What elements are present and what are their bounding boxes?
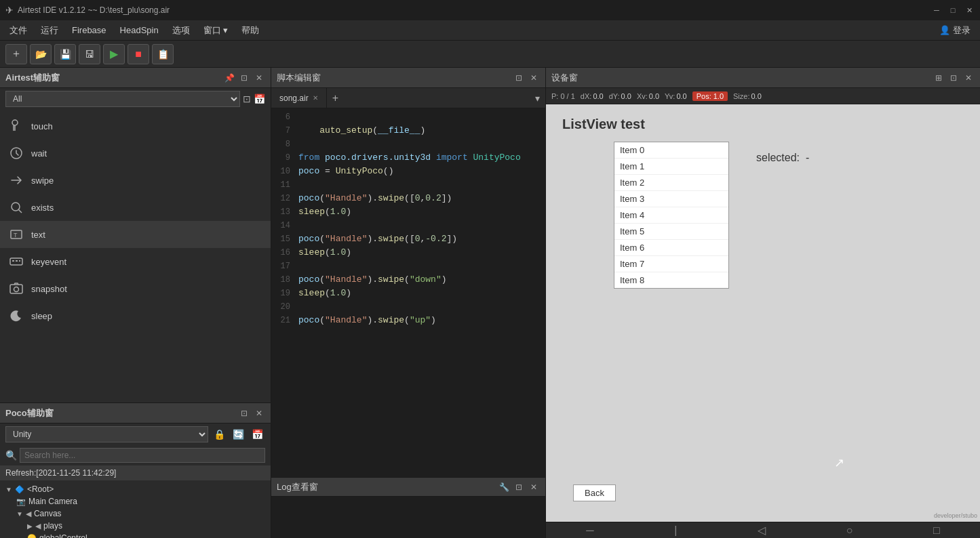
device-size: Size: 0.0 xyxy=(733,92,762,100)
device-back-nav-button[interactable]: ◁ xyxy=(758,524,766,537)
airtest-record-icon[interactable]: ⊡ xyxy=(243,94,251,104)
poco-refresh-text: Refresh:[2021-11-25 11:42:29] xyxy=(5,468,116,478)
airtest-item-text[interactable]: T text xyxy=(0,221,271,248)
airtest-item-wait[interactable]: wait xyxy=(0,140,271,167)
code-editor[interactable]: 6 7 auto_setup(__file__) 8 9 from poco.d… xyxy=(271,108,545,477)
tree-item-plays[interactable]: ▶ ◀ plays xyxy=(27,520,265,532)
airtest-item-exists[interactable]: exists xyxy=(0,194,271,221)
airtest-pin-button[interactable]: 📌 xyxy=(223,72,235,84)
device-yv: Yv: 0.0 xyxy=(665,92,687,100)
device-close-button[interactable]: ✕ xyxy=(962,72,975,84)
tab-close-button[interactable]: ✕ xyxy=(313,94,318,102)
menu-firebase[interactable]: Firebase xyxy=(65,22,113,38)
list-item-0[interactable]: Item 0 xyxy=(614,142,728,159)
menu-headspin[interactable]: HeadSpin xyxy=(113,22,165,38)
code-line-16: 16 sleep(1.0) xyxy=(271,247,545,260)
airtest-item-sleep[interactable]: sleep xyxy=(0,302,271,329)
editor-dropdown-icon[interactable]: ▾ xyxy=(535,93,540,104)
xv-label: Xv: xyxy=(637,92,648,100)
poco-mode-select[interactable]: Unity Android iOS xyxy=(5,426,208,442)
airtest-expand-button[interactable]: ⊡ xyxy=(238,72,250,84)
code-line-8: 8 xyxy=(271,138,545,152)
game-back-button[interactable]: Back xyxy=(573,484,616,501)
poco-lock-icon[interactable]: 🔒 xyxy=(211,426,227,442)
poco-settings-icon[interactable]: 📅 xyxy=(249,426,265,442)
tree-item-root[interactable]: ▼ 🔷 <Root> xyxy=(5,483,265,495)
toolbar: ＋ 📂 💾 🖫 ▶ ■ 📋 xyxy=(0,41,980,68)
title-bar: ✈ Airtest IDE v1.2.12 ~~ D:\test_plu\son… xyxy=(0,0,980,20)
editor-close-button[interactable]: ✕ xyxy=(528,72,540,84)
poco-search-box: 🔍 xyxy=(0,445,271,465)
log-close-button[interactable]: ✕ xyxy=(528,481,540,493)
airtest-item-touch-label: touch xyxy=(31,121,53,131)
device-fullscreen-button[interactable]: ⊞ xyxy=(933,72,945,84)
menu-bar: 文件 运行 Firebase HeadSpin 选项 窗口 ▾ 帮助 👤 登录 xyxy=(0,20,980,41)
size-val: 0.0 xyxy=(751,92,762,100)
saveas-button[interactable]: 🖫 xyxy=(79,44,100,64)
menu-file[interactable]: 文件 xyxy=(3,22,34,39)
minimize-button[interactable]: ─ xyxy=(931,5,942,16)
airtest-filter-select[interactable]: All Android iOS Windows xyxy=(5,91,240,107)
menu-help[interactable]: 帮助 xyxy=(235,22,266,39)
list-item-8[interactable]: Item 8 xyxy=(614,272,728,288)
maximize-button[interactable]: □ xyxy=(947,5,958,16)
log-expand-button[interactable]: ⊡ xyxy=(513,481,525,493)
code-line-15: 15 poco("Handle").swipe([0,-0.2]) xyxy=(271,233,545,247)
log-panel-controls: 🔧 ⊡ ✕ xyxy=(498,481,540,493)
poco-close-button[interactable]: ✕ xyxy=(253,407,265,419)
menu-run[interactable]: 运行 xyxy=(34,22,65,39)
log-filter-button[interactable]: 🔧 xyxy=(498,481,510,493)
tree-icon-globalcontrol: 🟡 xyxy=(27,534,37,539)
main-area: Airtest辅助窗 📌 ⊡ ✕ All Android iOS Windows… xyxy=(0,68,980,538)
login-button[interactable]: 👤 登录 xyxy=(933,22,977,39)
tree-item-maincamera[interactable]: 📷 Main Camera xyxy=(16,495,265,508)
tree-item-canvas[interactable]: ▼ ◀ Canvas xyxy=(16,508,265,520)
listview-container: Item 0 Item 1 Item 2 Item 3 Item 4 Item … xyxy=(614,142,729,289)
list-item-4[interactable]: Item 4 xyxy=(614,207,728,224)
stop-button[interactable]: ■ xyxy=(128,44,149,64)
open-button[interactable]: 📂 xyxy=(30,44,52,64)
device-center-button[interactable]: | xyxy=(674,524,677,537)
svg-point-2 xyxy=(12,203,20,211)
run-button[interactable]: ▶ xyxy=(103,44,125,64)
new-button[interactable]: ＋ xyxy=(5,44,27,64)
airtest-item-wait-label: wait xyxy=(31,148,47,159)
device-circle-button[interactable]: ○ xyxy=(846,524,853,537)
poco-refresh-icon[interactable]: 🔄 xyxy=(230,426,246,442)
tab-song-air[interactable]: song.air ✕ xyxy=(271,88,327,108)
close-button[interactable]: ✕ xyxy=(964,5,975,16)
device-home-button[interactable]: ─ xyxy=(586,524,593,537)
list-item-5[interactable]: Item 5 xyxy=(614,224,728,240)
list-item-7[interactable]: Item 7 xyxy=(614,256,728,272)
device-header: 设备窗 ⊞ ⊡ ✕ xyxy=(546,68,980,88)
code-line-13: 13 sleep(1.0) xyxy=(271,206,545,220)
device-square-button[interactable]: □ xyxy=(933,524,940,537)
poco-search-input[interactable] xyxy=(20,448,265,463)
menu-options[interactable]: 选项 xyxy=(165,22,197,39)
menu-window[interactable]: 窗口 ▾ xyxy=(197,22,235,39)
tab-add-button[interactable]: + xyxy=(327,92,344,104)
exists-icon xyxy=(8,199,24,215)
tree-label-maincamera: Main Camera xyxy=(28,497,77,506)
log-panel-header: Log查看窗 🔧 ⊡ ✕ xyxy=(271,478,545,497)
device-expand-button[interactable]: ⊡ xyxy=(947,72,960,84)
save-button[interactable]: 💾 xyxy=(54,44,76,64)
airtest-item-swipe[interactable]: swipe xyxy=(0,167,271,194)
airtest-item-keyevent[interactable]: keyevent xyxy=(0,248,271,275)
editor-expand-button[interactable]: ⊡ xyxy=(513,72,525,84)
tree-item-globalcontrol[interactable]: 🟡 globalControl xyxy=(27,532,265,538)
poco-expand-button[interactable]: ⊡ xyxy=(238,407,250,419)
device-xv: Xv: 0.0 xyxy=(637,92,659,100)
record-button[interactable]: 📋 xyxy=(152,44,174,64)
airtest-close-button[interactable]: ✕ xyxy=(253,72,265,84)
list-item-6[interactable]: Item 6 xyxy=(614,240,728,256)
list-item-3[interactable]: Item 3 xyxy=(614,191,728,207)
device-screen[interactable]: ListView test Item 0 Item 1 Item 2 Item … xyxy=(546,104,980,522)
airtest-item-snapshot[interactable]: snapshot xyxy=(0,275,271,302)
list-item-1[interactable]: Item 1 xyxy=(614,159,728,175)
list-item-2[interactable]: Item 2 xyxy=(614,175,728,191)
tree-icon-root: 🔷 xyxy=(15,485,24,494)
pos-indicator: Pos: 1.0 xyxy=(692,91,728,101)
airtest-item-touch[interactable]: touch xyxy=(0,112,271,140)
airtest-settings-icon[interactable]: 📅 xyxy=(254,94,265,104)
